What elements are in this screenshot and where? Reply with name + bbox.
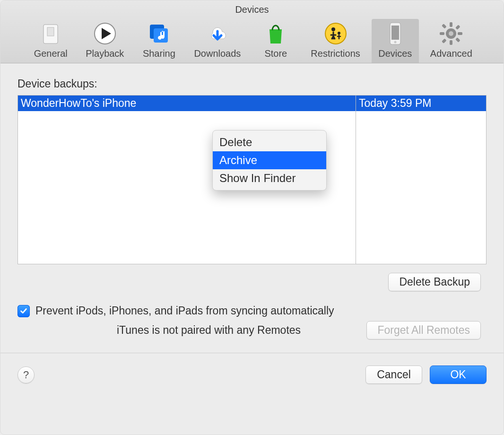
tab-label: General — [34, 48, 68, 59]
phone-icon — [382, 21, 408, 46]
prevent-sync-checkbox[interactable] — [17, 305, 30, 317]
tab-playback[interactable]: Playback — [81, 19, 129, 63]
svg-point-6 — [325, 23, 346, 44]
svg-rect-15 — [440, 32, 444, 35]
tab-store[interactable]: Store — [252, 19, 299, 63]
help-button[interactable]: ? — [17, 366, 35, 383]
tab-label: Sharing — [143, 48, 175, 59]
remotes-row: iTunes is not paired with any Remotes Fo… — [17, 321, 481, 339]
svg-rect-1 — [47, 27, 54, 36]
remotes-status: iTunes is not paired with any Remotes — [17, 324, 301, 337]
svg-rect-13 — [450, 22, 452, 27]
context-menu-archive[interactable]: Archive — [213, 151, 326, 169]
tab-downloads[interactable]: Downloads — [189, 19, 245, 63]
prevent-sync-row[interactable]: Prevent iPods, iPhones, and iPads from s… — [17, 304, 487, 317]
svg-point-21 — [449, 31, 453, 36]
svg-rect-17 — [442, 24, 447, 29]
preferences-window: Devices General Playback — [0, 0, 504, 435]
tab-sharing[interactable]: Sharing — [135, 19, 182, 63]
svg-rect-20 — [442, 38, 447, 44]
tab-general[interactable]: General — [27, 19, 74, 63]
shopping-bag-icon — [263, 21, 288, 46]
tab-label: Playback — [86, 48, 124, 59]
svg-point-7 — [331, 27, 335, 31]
tab-advanced[interactable]: Advanced — [426, 19, 477, 63]
prevent-sync-label: Prevent iPods, iPhones, and iPads from s… — [35, 304, 334, 317]
context-menu-show-in-finder[interactable]: Show In Finder — [213, 169, 326, 187]
toolbar: General Playback Sharing — [0, 18, 504, 63]
context-menu[interactable]: Delete Archive Show In Finder — [212, 130, 327, 191]
device-backups-label: Device backups: — [17, 78, 487, 90]
backup-row-date[interactable]: Today 3:59 PM — [356, 96, 486, 111]
cancel-button[interactable]: Cancel — [365, 365, 422, 384]
svg-point-11 — [394, 41, 396, 44]
tab-restrictions[interactable]: Restrictions — [306, 19, 365, 63]
svg-rect-19 — [455, 25, 461, 30]
backup-row-name[interactable]: WonderHowTo's iPhone — [18, 96, 356, 111]
ok-button[interactable]: OK — [430, 365, 487, 384]
delete-backup-button[interactable]: Delete Backup — [388, 273, 481, 291]
context-menu-delete[interactable]: Delete — [213, 133, 326, 151]
titlebar: Devices General Playback — [0, 0, 504, 63]
tab-label: Restrictions — [311, 48, 360, 59]
gear-icon — [438, 21, 464, 46]
tab-devices[interactable]: Devices — [372, 19, 419, 63]
svg-rect-16 — [458, 32, 462, 35]
tab-label: Advanced — [430, 48, 472, 59]
music-share-icon — [146, 21, 172, 46]
footer: ? Cancel OK — [0, 353, 504, 384]
backups-column-date: Today 3:59 PM — [356, 96, 486, 264]
svg-point-8 — [338, 32, 340, 35]
play-icon — [92, 21, 118, 46]
forget-all-remotes-button[interactable]: Forget All Remotes — [366, 321, 481, 339]
parental-icon — [323, 21, 348, 46]
svg-rect-14 — [450, 40, 452, 45]
cloud-download-icon — [205, 21, 230, 46]
tab-label: Downloads — [194, 48, 241, 59]
tab-label: Store — [264, 48, 287, 59]
tab-label: Devices — [378, 48, 412, 59]
svg-rect-10 — [391, 26, 399, 40]
content-pane: Device backups: WonderHowTo's iPhone Tod… — [0, 63, 504, 353]
switch-icon — [38, 21, 63, 46]
svg-rect-18 — [455, 37, 461, 43]
window-title: Devices — [0, 4, 504, 18]
